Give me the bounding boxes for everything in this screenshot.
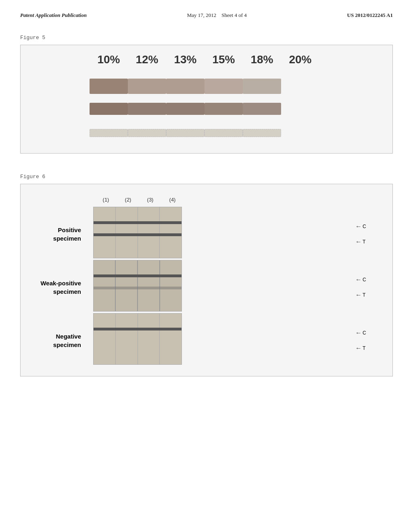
negative-specimen-label: Negativespecimen	[53, 332, 87, 349]
pct-20: 20%	[281, 53, 319, 66]
gel-bands	[69, 74, 344, 145]
band-3-1	[90, 129, 128, 137]
band-2-4	[204, 103, 243, 115]
gel-row-1	[69, 78, 344, 94]
weak-inner	[94, 260, 181, 311]
header-sheet: Sheet 4	[221, 12, 238, 18]
pct-18: 18%	[243, 53, 281, 66]
negative-t-arrow: ←	[355, 345, 362, 352]
negative-c-label: ← C	[355, 329, 384, 337]
pct-13: 13%	[166, 53, 204, 66]
weak-positive-specimen-label: Weak-positivespecimen	[40, 279, 87, 296]
negative-c-text: C	[363, 330, 366, 336]
header-date-sheet: May 17, 2012 Sheet 4 of 4	[187, 12, 247, 19]
negative-ct-labels: ← C ← T	[352, 315, 384, 366]
col-1-label: (1)	[95, 197, 117, 203]
pos-col-3	[138, 207, 160, 258]
pos-col-4	[160, 207, 181, 258]
positive-ct-labels: ← C ← T	[352, 208, 384, 260]
figure5-container: 10% 12% 13% 15% 18% 20%	[20, 45, 393, 154]
band-2-3	[166, 103, 204, 115]
positive-c-text: C	[363, 224, 366, 229]
weak-t-band	[94, 287, 181, 289]
col-3-label: (3)	[139, 197, 161, 203]
band-1-4	[204, 79, 243, 94]
col-2-label: (2)	[117, 197, 139, 203]
band-2-2	[128, 103, 166, 115]
band-1-2	[128, 79, 166, 94]
figure6-layout: Positivespecimen Weak-positivespecimen N…	[29, 192, 384, 368]
weak-positive-label-block: Weak-positivespecimen	[29, 262, 93, 313]
header-of: of 4	[238, 12, 247, 18]
positive-c-label: ← C	[355, 223, 384, 230]
weak-t-arrow: ←	[355, 291, 362, 299]
positive-t-text: T	[363, 239, 365, 245]
weak-positive-ct-labels: ← C ← T	[352, 262, 384, 313]
weak-col-2	[116, 260, 138, 311]
band-3-3	[166, 129, 204, 137]
positive-inner	[94, 207, 181, 258]
positive-t-band	[94, 233, 181, 236]
page: Patent Application Publication May 17, 2…	[0, 0, 413, 532]
header-date: May 17, 2012	[187, 12, 217, 18]
header-patent-number: US 2012/0122245 A1	[347, 12, 393, 19]
positive-c-band	[94, 221, 181, 224]
figure5-section: Figure 5 10% 12% 13% 15% 18% 20%	[20, 35, 393, 154]
negative-t-label: ← T	[355, 345, 384, 352]
negative-label-block: Negativespecimen	[29, 315, 93, 366]
gel-row-3	[69, 125, 344, 141]
band-1-5	[243, 79, 281, 94]
pct-10: 10%	[90, 53, 128, 66]
weak-col-4	[160, 260, 181, 311]
figure5-image: 10% 12% 13% 15% 18% 20%	[69, 53, 344, 145]
right-spacer	[352, 192, 384, 208]
weak-c-text: C	[363, 277, 366, 283]
negative-inner	[94, 314, 181, 364]
positive-label-block: Positivespecimen	[29, 208, 93, 260]
figure6-container: Positivespecimen Weak-positivespecimen N…	[20, 184, 393, 376]
fig6-right-labels: ← C ← T ← C	[352, 192, 384, 368]
negative-specimen-block	[93, 313, 182, 365]
weak-col-1	[94, 260, 116, 311]
band-2-1	[90, 103, 128, 115]
fig6-specimen-labels: Positivespecimen Weak-positivespecimen N…	[29, 192, 93, 368]
weak-col-3	[138, 260, 160, 311]
band-1-3	[166, 79, 204, 94]
band-3-4	[204, 129, 243, 137]
gel-percent-row: 10% 12% 13% 15% 18% 20%	[69, 53, 344, 66]
col-4-label: (4)	[161, 197, 184, 203]
weak-c-band	[94, 274, 181, 277]
positive-t-arrow: ←	[355, 238, 362, 245]
band-2-5	[243, 103, 281, 115]
weak-t-text: T	[363, 292, 365, 298]
header-publication-type: Patent Application Publication	[20, 12, 87, 19]
neg-col-1	[94, 314, 116, 364]
pct-15: 15%	[204, 53, 243, 66]
neg-col-4	[160, 314, 181, 364]
negative-t-text: T	[363, 345, 365, 351]
column-number-labels: (1) (2) (3) (4)	[93, 192, 352, 207]
weak-c-arrow: ←	[355, 276, 362, 283]
weak-positive-specimen-block	[93, 260, 182, 312]
band-3-5	[243, 129, 281, 137]
pos-col-1	[94, 207, 116, 258]
weak-c-label: ← C	[355, 276, 384, 283]
band-1-1	[90, 79, 128, 94]
positive-c-arrow: ←	[355, 223, 362, 230]
neg-col-2	[116, 314, 138, 364]
pct-12: 12%	[128, 53, 166, 66]
figure6-label: Figure 6	[20, 174, 393, 180]
positive-specimen-label: Positivespecimen	[53, 226, 87, 243]
pos-col-2	[116, 207, 138, 258]
positive-specimen-block	[93, 207, 182, 258]
fig6-center: (1) (2) (3) (4)	[93, 192, 352, 365]
negative-c-arrow: ←	[355, 329, 362, 337]
neg-col-3	[138, 314, 160, 364]
positive-t-label: ← T	[355, 238, 384, 245]
negative-c-band	[94, 328, 181, 330]
weak-t-label: ← T	[355, 291, 384, 299]
gel-row-2	[69, 101, 344, 117]
band-3-2	[128, 129, 166, 137]
figure5-label: Figure 5	[20, 35, 393, 41]
label-spacer	[29, 192, 93, 208]
